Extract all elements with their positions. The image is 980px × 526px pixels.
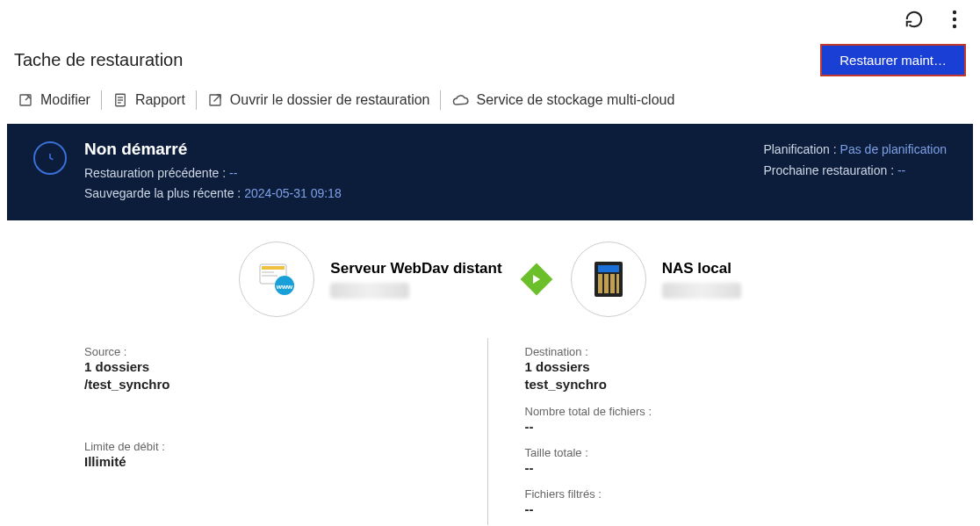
files-value: -- <box>525 418 893 436</box>
destination-details: Destination : 1 dossiers test_synchro No… <box>487 338 928 525</box>
details-columns: Source : 1 dossiers /test_synchro Limite… <box>84 338 927 525</box>
more-vertical-icon[interactable] <box>945 10 964 29</box>
status-panel: Non démarré Restauration précédente : --… <box>7 124 973 220</box>
svg-point-0 <box>953 11 956 14</box>
open-external-icon <box>207 92 223 108</box>
open-folder-label: Ouvrir le dossier de restauration <box>230 92 430 108</box>
svg-rect-19 <box>610 274 615 293</box>
source-address-redacted <box>330 283 409 299</box>
prev-restore-value: -- <box>229 166 237 180</box>
action-bar: Modifier Rapport Ouvrir le dossier de re… <box>0 87 980 124</box>
webdav-icon: www <box>239 241 314 317</box>
latest-backup-label: Sauvegarde la plus récente : <box>84 186 241 200</box>
flow-diagram: www Serveur WebDav distant NAS local <box>7 220 973 326</box>
next-restore-value: -- <box>897 163 905 177</box>
plan-value: Pas de planification <box>840 142 947 156</box>
rate-label: Limite de débit : <box>84 440 452 453</box>
svg-rect-18 <box>604 274 609 293</box>
svg-text:www: www <box>276 283 293 291</box>
svg-rect-16 <box>598 265 619 272</box>
multicloud-action[interactable]: Service de stockage multi-cloud <box>441 92 685 108</box>
edit-label: Modifier <box>40 92 90 108</box>
next-restore-label: Prochaine restauration : <box>763 163 894 177</box>
arrow-icon <box>525 268 548 291</box>
report-action[interactable]: Rapport <box>102 92 196 108</box>
source-name: Serveur WebDav distant <box>330 260 501 277</box>
restore-now-button[interactable]: Restaurer maint… <box>820 44 966 76</box>
filtered-value: -- <box>525 501 893 518</box>
svg-rect-11 <box>262 271 274 273</box>
page-title: Tache de restauration <box>14 50 183 70</box>
open-folder-action[interactable]: Ouvrir le dossier de restauration <box>197 92 441 108</box>
rate-value: Illimité <box>84 453 452 471</box>
dest-label: Destination : <box>525 345 893 358</box>
report-icon <box>112 92 128 108</box>
svg-rect-17 <box>598 274 602 293</box>
status-text-block: Non démarré Restauration précédente : --… <box>84 140 342 205</box>
files-label: Nombre total de fichiers : <box>525 405 893 418</box>
destination-endpoint: NAS local <box>571 241 741 317</box>
source-endpoint: www Serveur WebDav distant <box>239 241 501 317</box>
prev-restore-label: Restauration précédente : <box>84 166 226 180</box>
svg-point-2 <box>953 25 956 28</box>
dest-folders: 1 dossiers <box>525 358 893 376</box>
edit-action[interactable]: Modifier <box>7 92 101 108</box>
source-label: Source : <box>84 345 452 358</box>
source-details: Source : 1 dossiers /test_synchro Limite… <box>84 338 487 525</box>
size-label: Taille totale : <box>525 446 893 459</box>
source-path: /test_synchro <box>84 376 452 393</box>
refresh-icon[interactable] <box>904 10 924 29</box>
edit-icon <box>18 92 33 108</box>
status-schedule: Planification : Pas de planification Pro… <box>763 140 947 205</box>
multicloud-label: Service de stockage multi-cloud <box>476 92 674 108</box>
clock-icon <box>33 141 67 175</box>
cloud-icon <box>451 92 469 108</box>
report-label: Rapport <box>135 92 185 108</box>
filtered-label: Fichiers filtrés : <box>525 487 893 501</box>
svg-rect-10 <box>262 266 285 270</box>
destination-address-redacted <box>662 283 741 299</box>
destination-name: NAS local <box>662 260 741 277</box>
svg-rect-12 <box>262 275 277 277</box>
svg-rect-20 <box>616 274 619 293</box>
svg-point-1 <box>953 18 956 21</box>
window-toolbar <box>0 0 980 39</box>
latest-backup-value: 2024-05-31 09:18 <box>244 186 342 200</box>
plan-label: Planification : <box>763 142 836 156</box>
source-folders: 1 dossiers <box>84 358 452 376</box>
nas-icon <box>571 241 646 317</box>
dest-path: test_synchro <box>525 376 893 393</box>
size-value: -- <box>525 459 893 477</box>
title-row: Tache de restauration Restaurer maint… <box>0 39 980 87</box>
status-state: Non démarré <box>84 140 342 159</box>
